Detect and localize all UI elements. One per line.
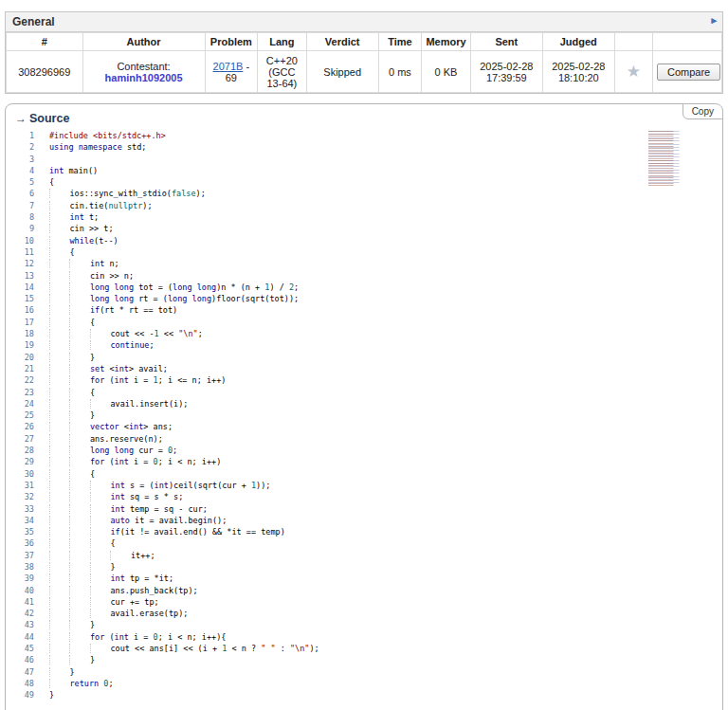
line-number[interactable]: 38 [6,561,34,573]
copy-button[interactable]: Copy [682,103,723,119]
line-number[interactable]: 44 [6,631,34,643]
code-text: { [34,317,319,328]
line-number[interactable]: 41 [6,596,34,608]
line-number[interactable]: 22 [6,374,34,386]
code-text: } [34,689,319,701]
code-text: cin.tie(nullptr); [34,200,319,211]
code-line: 49} [6,689,319,701]
line-number[interactable]: 13 [6,270,34,282]
line-number[interactable]: 4 [6,165,34,176]
line-number[interactable]: 47 [6,666,34,678]
line-number[interactable]: 10 [6,235,34,246]
line-number[interactable]: 32 [6,491,34,502]
line-number[interactable]: 5 [6,176,34,188]
column-header-blank-star [614,33,652,51]
line-number[interactable]: 43 [6,619,34,630]
code-line: 30 { [6,468,319,480]
verdict-cell: Skipped [306,51,378,93]
line-number[interactable]: 30 [6,468,34,480]
code-line: 8 int t; [6,211,319,223]
code-text: long long tot = (long long)n * (n + 1) /… [34,282,319,293]
code-line: 12 int n; [6,258,319,269]
code-text: for (int i = 0; i < n; i++){ [34,631,319,643]
code-line: 1#include <bits/stdc++.h> [6,130,319,141]
line-number[interactable]: 23 [6,387,34,398]
problem-cell: 2071B - 69 [205,51,257,93]
line-number[interactable]: 45 [6,643,34,654]
contest-nav: PROBLEMSSUBMIT CODESTATUSMY SUBMISSIONSS… [5,0,723,9]
line-number[interactable]: 6 [6,188,34,199]
line-number[interactable]: 31 [6,480,34,491]
line-number[interactable]: 29 [6,456,34,467]
line-number[interactable]: 26 [6,421,34,432]
code-text: { [34,176,319,188]
line-number[interactable]: 3 [6,154,34,165]
general-collapse-icon[interactable]: ▸ [711,14,717,27]
code-text: int t; [34,211,319,223]
line-number[interactable]: 16 [6,304,34,316]
line-number[interactable]: 37 [6,550,34,561]
line-number[interactable]: 2 [6,141,34,153]
line-number[interactable]: 39 [6,573,34,584]
line-number[interactable]: 34 [6,515,34,526]
line-number[interactable]: 33 [6,503,34,515]
line-number[interactable]: 25 [6,410,34,421]
line-number[interactable]: 42 [6,608,34,619]
line-number[interactable]: 20 [6,352,34,363]
line-number[interactable]: 36 [6,537,34,549]
line-number[interactable]: 7 [6,200,34,211]
code-text: avail.insert(i); [34,398,319,410]
line-number[interactable]: 19 [6,339,34,351]
code-line: 17 { [6,317,319,328]
problem-link[interactable]: 2071B [213,61,244,72]
column-header-problem: Problem [205,33,257,51]
favorite-star-icon[interactable]: ★ [627,63,641,81]
line-number[interactable]: 15 [6,293,34,304]
line-number[interactable]: 28 [6,445,34,456]
code-line: 33 int temp = sq - cur; [6,503,319,515]
code-line: 47 } [6,666,319,678]
code-text: if(rt * rt == tot) [34,304,319,316]
code-text: cin >> n; [34,270,319,282]
line-number[interactable]: 11 [6,246,34,258]
line-number[interactable]: 1 [6,130,34,141]
code-line: 42 avail.erase(tp); [6,608,319,619]
line-number[interactable]: 24 [6,398,34,410]
code-text: { [34,468,319,480]
line-number[interactable]: 12 [6,258,34,269]
author-handle-link[interactable]: haminh1092005 [105,72,183,83]
code-text: for (int i = 0; i < n; i++) [34,456,319,467]
code-text: } [34,619,319,630]
code-line: 5{ [6,176,319,188]
code-line: 25 } [6,410,319,421]
compare-button[interactable]: Compare [657,64,720,81]
code-line: 40 ans.push_back(tp); [6,585,319,596]
code-line: 11 { [6,246,319,258]
line-number[interactable]: 18 [6,328,34,339]
code-line: 19 continue; [6,339,319,351]
line-number[interactable]: 9 [6,223,34,234]
code-line: 20 } [6,352,319,363]
code-view[interactable]: 1#include <bits/stdc++.h>2using namespac… [6,128,722,701]
compare-cell: Compare [653,51,722,93]
line-number[interactable]: 8 [6,211,34,223]
line-number[interactable]: 40 [6,585,34,596]
line-number[interactable]: 49 [6,689,34,701]
line-number[interactable]: 35 [6,526,34,537]
line-number[interactable]: 17 [6,317,34,328]
line-number[interactable]: 21 [6,363,34,374]
general-header: General ▸ [6,12,722,32]
code-text: it++; [34,550,319,561]
source-collapse-arrow-icon[interactable]: → [15,112,27,125]
line-number[interactable]: 46 [6,654,34,665]
line-number[interactable]: 14 [6,282,34,293]
code-text: long long rt = (long long)floor(sqrt(tot… [34,293,319,304]
general-section: General ▸ # Author Problem Lang Verdict … [5,11,723,94]
judged-cell: 2025-02-28 18:10:20 [542,51,614,93]
code-line: 26 vector <int> ans; [6,421,319,432]
code-line: 36 { [6,537,319,549]
line-number[interactable]: 48 [6,678,34,689]
line-number[interactable]: 27 [6,433,34,445]
code-text: int s = (int)ceil(sqrt(cur + 1)); [34,480,319,491]
code-text: cin >> t; [34,223,319,234]
